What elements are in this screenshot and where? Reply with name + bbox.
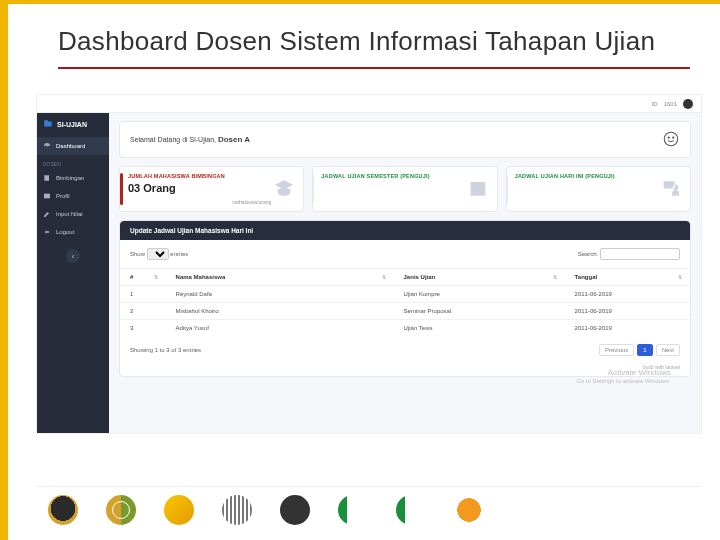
sponsor-logo-icon [164, 495, 194, 525]
window-topbar: ID 1601 [37, 95, 701, 113]
stat-title: JUMLAH MAHASISWA BIMBINGAN [128, 173, 295, 179]
stats-row: JUMLAH MAHASISWA BIMBINGAN 03 Orang maha… [119, 166, 691, 212]
welcome-pre: Selamat Datang di Si-Ujian, [130, 136, 218, 143]
svg-point-2 [673, 137, 674, 138]
sidebar-item-label: Input Nilai [56, 211, 83, 217]
avatar-icon[interactable] [683, 99, 693, 109]
show-pre: Show [130, 251, 145, 257]
cell: Ujian Tesis [394, 320, 565, 337]
cell: 2011-06-2019 [565, 286, 690, 303]
col-jenis[interactable]: Jenis Ujian [394, 269, 565, 286]
sponsor-logo-icon [338, 495, 368, 525]
sidebar: SI-UJIAN Dashboard DOSEN Bimbingan Profi… [37, 113, 109, 433]
page-current[interactable]: 1 [637, 344, 652, 356]
sponsor-logo-icon [454, 495, 484, 525]
book-icon [43, 174, 51, 182]
graduation-icon [273, 178, 295, 201]
cell: 2011-06-2019 [565, 320, 690, 337]
cell: 3 [120, 320, 166, 337]
stat-title: JADWAL UJIAN SEMESTER (PENGUJI) [321, 173, 488, 179]
page-next[interactable]: Next [656, 344, 680, 356]
sidebar-item-label: Bimbingan [56, 175, 84, 181]
brand-icon [43, 119, 53, 129]
svg-point-0 [664, 132, 678, 146]
pagination: Previous 1 Next [599, 344, 680, 356]
sidebar-section: DOSEN [37, 155, 109, 169]
cell: Aditya Yusuf [166, 320, 394, 337]
sponsor-logo-icon [222, 495, 252, 525]
table-info: Showing 1 to 3 of 3 entries [130, 347, 201, 353]
page-size-select[interactable]: 10 [147, 248, 169, 260]
slide-title: Dashboard Dosen Sistem Informasi Tahapan… [8, 4, 720, 67]
calendar-icon [467, 178, 489, 201]
sponsor-logo-icon [280, 495, 310, 525]
table-row: 1 Reynald Dafa Ujian Kompre 2011-06-2019 [120, 286, 690, 303]
title-rule [58, 67, 690, 69]
welcome-card: Selamat Datang di Si-Ujian, Dosen A [119, 121, 691, 158]
search-input[interactable] [600, 248, 680, 260]
main-content: Selamat Datang di Si-Ujian, Dosen A JUML… [109, 113, 701, 433]
stat-title: JADWAL UJIAN HARI INI (PENGUJI) [515, 173, 682, 179]
windows-watermark: Activate Windows Go to Settings to activ… [576, 368, 671, 385]
sponsor-logo-icon [396, 495, 426, 525]
cell: Misbahul Khoiro [166, 303, 394, 320]
sidebar-item-label: Dashboard [56, 143, 85, 149]
sidebar-item-label: Profil [56, 193, 70, 199]
schedule-panel: Update Jadwal Ujian Mahasiswa Hari Ini S… [119, 220, 691, 377]
page-prev[interactable]: Previous [599, 344, 634, 356]
gauge-icon [43, 142, 51, 150]
cell: Reynald Dafa [166, 286, 394, 303]
stat-sub: mahasiswa/orang [232, 199, 271, 205]
footer-logos [36, 486, 702, 532]
lang-badge: ID [652, 101, 658, 107]
stat-bimbingan[interactable]: JUMLAH MAHASISWA BIMBINGAN 03 Orang maha… [119, 166, 304, 212]
notif-badge: 1601 [664, 101, 677, 107]
cell: 2 [120, 303, 166, 320]
svg-point-1 [668, 137, 669, 138]
id-icon [43, 192, 51, 200]
schedule-table: # Nama Mahasiswa Jenis Ujian Tanggal 1 R… [120, 268, 690, 336]
col-tanggal[interactable]: Tanggal [565, 269, 690, 286]
stat-value: 03 Orang [128, 182, 295, 194]
search-control: Search: [578, 248, 680, 260]
entries-control: Show 10 entries [130, 248, 188, 260]
search-label: Search: [578, 251, 599, 257]
app-screenshot: ID 1601 SI-UJIAN Dashboard DOSEN Bimbing… [36, 94, 702, 434]
pencil-icon [43, 210, 51, 218]
table-row: 3 Aditya Yusuf Ujian Tesis 2011-06-2019 [120, 320, 690, 337]
brand-text: SI-UJIAN [57, 121, 87, 128]
sidebar-item-dashboard[interactable]: Dashboard [37, 137, 109, 155]
stat-semester[interactable]: JADWAL UJIAN SEMESTER (PENGUJI) [312, 166, 497, 212]
panel-title: Update Jadwal Ujian Mahasiswa Hari Ini [120, 221, 690, 240]
welcome-name: Dosen A [218, 135, 250, 144]
watermark-title: Activate Windows [576, 368, 671, 378]
watermark-sub: Go to Settings to activate Windows. [576, 378, 671, 385]
brand[interactable]: SI-UJIAN [37, 113, 109, 137]
show-post: entries [170, 251, 188, 257]
cell: 1 [120, 286, 166, 303]
table-row: 2 Misbahul Khoiro Seminar Proposal 2011-… [120, 303, 690, 320]
cell: 2011-06-2019 [565, 303, 690, 320]
stat-hariini[interactable]: JADWAL UJIAN HARI INI (PENGUJI) [506, 166, 691, 212]
sidebar-item-logout[interactable]: Logout [37, 223, 109, 241]
logout-icon [43, 228, 51, 236]
sponsor-logo-icon [48, 495, 78, 525]
teacher-icon [660, 178, 682, 201]
col-index[interactable]: # [120, 269, 166, 286]
sidebar-item-profil[interactable]: Profil [37, 187, 109, 205]
sidebar-item-input-nilai[interactable]: Input Nilai [37, 205, 109, 223]
col-nama[interactable]: Nama Mahasiswa [166, 269, 394, 286]
sponsor-logo-icon [106, 495, 136, 525]
sidebar-item-bimbingan[interactable]: Bimbingan [37, 169, 109, 187]
sidebar-collapse-button[interactable] [66, 249, 80, 263]
sidebar-item-label: Logout [56, 229, 74, 235]
smile-icon [662, 130, 680, 149]
cell: Seminar Proposal [394, 303, 565, 320]
cell: Ujian Kompre [394, 286, 565, 303]
